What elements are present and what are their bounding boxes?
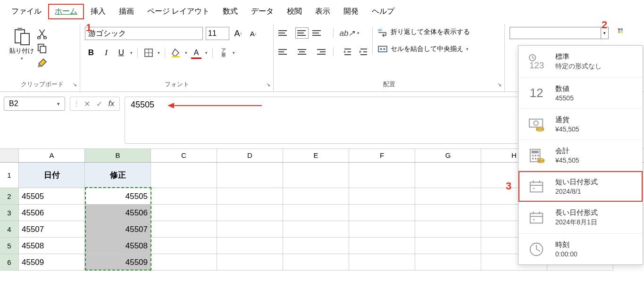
- italic-button[interactable]: I: [100, 47, 112, 59]
- cell[interactable]: [349, 238, 415, 254]
- cell[interactable]: [283, 188, 349, 205]
- merge-caret[interactable]: ▾: [466, 47, 468, 51]
- row-head-4[interactable]: 4: [0, 221, 19, 238]
- fill-caret[interactable]: ▾: [185, 50, 187, 55]
- align-right-icon[interactable]: [312, 46, 326, 58]
- cell-b6[interactable]: 45509: [85, 254, 151, 271]
- cell[interactable]: [217, 254, 283, 271]
- align-left-icon[interactable]: [278, 46, 292, 58]
- row-head-2[interactable]: 2: [0, 188, 19, 205]
- cell[interactable]: [151, 254, 217, 271]
- col-head-b[interactable]: B: [85, 149, 151, 162]
- cell[interactable]: [217, 163, 283, 188]
- cell-b5[interactable]: 45508: [85, 238, 151, 254]
- cell[interactable]: [349, 221, 415, 238]
- cell-a2[interactable]: 45505: [19, 188, 85, 205]
- fill-color-button[interactable]: [170, 47, 182, 59]
- cell-a6[interactable]: 45509: [19, 254, 85, 271]
- underline-caret[interactable]: ▾: [130, 50, 133, 55]
- font-launcher-icon[interactable]: ↘: [266, 82, 270, 88]
- cell[interactable]: [283, 163, 349, 188]
- cell[interactable]: [415, 221, 481, 238]
- cell-a5[interactable]: 45508: [19, 238, 85, 254]
- cell-a4[interactable]: 45507: [19, 221, 85, 238]
- menu-file[interactable]: ファイル: [5, 4, 48, 19]
- row-head-5[interactable]: 5: [0, 238, 19, 254]
- cell[interactable]: [217, 221, 283, 238]
- cell[interactable]: [151, 163, 217, 188]
- select-all-corner[interactable]: [0, 149, 19, 162]
- cell[interactable]: [283, 254, 349, 271]
- font-size-select[interactable]: [206, 27, 229, 40]
- menu-page-layout[interactable]: ページ レイアウト: [141, 4, 216, 19]
- cut-icon[interactable]: [37, 29, 47, 39]
- enter-formula-icon[interactable]: ✓: [94, 99, 104, 109]
- fmt-short-date[interactable]: 短い日付形式 2024/8/1: [519, 171, 643, 202]
- col-head-d[interactable]: D: [217, 149, 283, 162]
- increase-font-icon[interactable]: A↑: [232, 27, 244, 40]
- cell[interactable]: [349, 188, 415, 205]
- fmt-long-date[interactable]: 長い日付形式 2024年8月1日: [519, 202, 643, 234]
- menu-data[interactable]: データ: [244, 4, 280, 19]
- border-button[interactable]: [142, 47, 155, 59]
- cell[interactable]: [283, 238, 349, 254]
- cell[interactable]: [217, 188, 283, 205]
- bold-button[interactable]: B: [85, 47, 97, 59]
- col-head-a[interactable]: A: [19, 149, 85, 162]
- align-center-icon[interactable]: [295, 46, 309, 58]
- cell-b2[interactable]: 45505: [85, 188, 151, 205]
- merge-center-button[interactable]: セルを結合して中央揃え ▾: [377, 44, 470, 54]
- name-box-caret-icon[interactable]: ▾: [57, 101, 60, 107]
- col-head-f[interactable]: F: [349, 149, 415, 162]
- menu-draw[interactable]: 描画: [112, 4, 141, 19]
- name-box[interactable]: B2 ▾: [4, 97, 65, 111]
- font-color-caret[interactable]: ▾: [205, 50, 208, 55]
- format-painter-icon[interactable]: [37, 57, 48, 68]
- copy-icon[interactable]: [37, 43, 47, 53]
- alignment-launcher-icon[interactable]: ↘: [497, 82, 502, 88]
- row-head-6[interactable]: 6: [0, 254, 19, 271]
- fmt-general[interactable]: 123 標準 特定の形式なし: [519, 46, 643, 78]
- align-bottom-icon[interactable]: [312, 27, 326, 39]
- cell[interactable]: [415, 254, 481, 271]
- row-head-3[interactable]: 3: [0, 205, 19, 221]
- font-color-button[interactable]: A: [190, 47, 202, 59]
- cell[interactable]: [415, 238, 481, 254]
- col-head-g[interactable]: G: [415, 149, 481, 162]
- clipboard-launcher-icon[interactable]: ↘: [73, 82, 77, 88]
- cell[interactable]: [349, 254, 415, 271]
- cell-b3[interactable]: 45506: [85, 205, 151, 221]
- orientation-button[interactable]: ab↗: [341, 27, 353, 39]
- col-head-c[interactable]: C: [151, 149, 217, 162]
- paste-icon[interactable]: [12, 27, 31, 46]
- cell[interactable]: [415, 188, 481, 205]
- fmt-time[interactable]: 時刻 0:00:00: [519, 234, 643, 264]
- underline-button[interactable]: U: [115, 47, 127, 59]
- menu-home[interactable]: ホーム: [48, 4, 84, 19]
- align-middle-icon[interactable]: [295, 27, 309, 39]
- fx-icon[interactable]: fx: [106, 99, 117, 109]
- menu-insert[interactable]: 挿入: [84, 4, 112, 19]
- cell[interactable]: [415, 205, 481, 221]
- cell[interactable]: [151, 205, 217, 221]
- decrease-font-icon[interactable]: A↓: [247, 27, 259, 40]
- cell-a3[interactable]: 45506: [19, 205, 85, 221]
- paste-dropdown-caret[interactable]: ▾: [21, 56, 23, 61]
- col-head-e[interactable]: E: [283, 149, 349, 162]
- fmt-number[interactable]: 12 数値 45505: [519, 78, 643, 109]
- cell[interactable]: [217, 238, 283, 254]
- increase-indent-icon[interactable]: [357, 46, 369, 58]
- cancel-formula-icon[interactable]: ✕: [82, 99, 92, 109]
- cell[interactable]: [217, 205, 283, 221]
- cell[interactable]: [415, 163, 481, 188]
- font-name-select[interactable]: [85, 27, 203, 40]
- wrap-text-button[interactable]: ab 折り返して全体を表示する: [377, 27, 470, 37]
- cell[interactable]: [151, 188, 217, 205]
- cell[interactable]: [349, 163, 415, 188]
- phonetic-button[interactable]: ア 亜: [217, 47, 230, 59]
- menu-developer[interactable]: 開発: [337, 4, 365, 19]
- orientation-caret[interactable]: ▾: [357, 31, 360, 35]
- fmt-currency[interactable]: 通貨 ¥45,505: [519, 109, 643, 140]
- cell-a1[interactable]: 日付: [19, 163, 85, 188]
- cell[interactable]: [151, 238, 217, 254]
